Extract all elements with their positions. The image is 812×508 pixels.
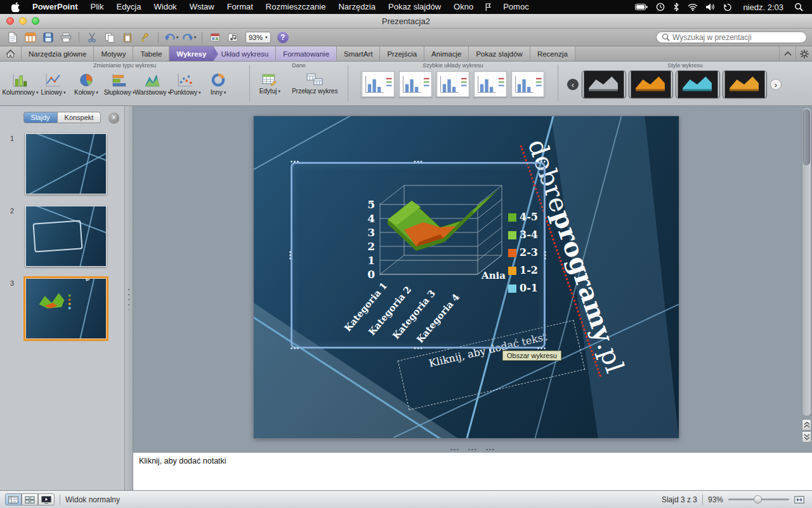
styles-scroll-right-button[interactable]: › bbox=[770, 79, 782, 90]
panel-splitter[interactable] bbox=[124, 106, 133, 490]
save-button[interactable] bbox=[41, 30, 56, 44]
selection-handle[interactable] bbox=[414, 160, 423, 164]
battery-icon[interactable] bbox=[635, 4, 648, 10]
notes-pane[interactable]: Kliknij, aby dodać notatki bbox=[133, 452, 812, 490]
notes-placeholder[interactable]: Kliknij, aby dodać notatki bbox=[139, 457, 806, 465]
menu-clock[interactable]: niedz. 2:03 bbox=[740, 3, 786, 12]
chart-type-inny-button[interactable]: Inny▾ bbox=[202, 71, 235, 96]
wifi-icon[interactable] bbox=[688, 3, 698, 11]
menu-narzedzia[interactable]: Narzędzia bbox=[332, 0, 382, 14]
close-panel-button[interactable]: × bbox=[108, 112, 119, 123]
search-box[interactable] bbox=[656, 31, 807, 43]
quick-layout-4[interactable] bbox=[473, 71, 508, 97]
selection-handle[interactable] bbox=[544, 251, 547, 260]
tab-konspekt[interactable]: Konspekt bbox=[57, 112, 102, 123]
format-painter-button[interactable] bbox=[138, 30, 153, 44]
slide[interactable]: dobreprogramy.pl bbox=[254, 116, 679, 438]
slideshow-view-button[interactable] bbox=[38, 493, 55, 505]
tab-uklad-wykresu[interactable]: Układ wykresu bbox=[214, 46, 276, 61]
spotlight-icon[interactable] bbox=[794, 3, 803, 11]
scrollbar-thumb[interactable] bbox=[803, 109, 810, 165]
selection-handle[interactable] bbox=[537, 160, 546, 164]
chart-type-slupkowy-button[interactable]: Słupkowy▾ bbox=[103, 71, 136, 96]
slide-thumbnail-2[interactable] bbox=[25, 206, 107, 267]
tab-animacje[interactable]: Animacje bbox=[424, 46, 469, 61]
menu-pomoc[interactable]: Pomoc bbox=[497, 0, 535, 14]
bluetooth-icon[interactable] bbox=[673, 3, 679, 11]
print-button[interactable] bbox=[58, 30, 74, 44]
styles-scroll-left-button[interactable]: ‹ bbox=[567, 79, 579, 90]
quick-layout-5[interactable] bbox=[511, 71, 545, 97]
menu-widok[interactable]: Widok bbox=[148, 0, 183, 14]
toolbox-button[interactable] bbox=[207, 30, 223, 44]
chart-type-liniowy-button[interactable]: Liniowy▾ bbox=[37, 71, 70, 96]
vertical-scrollbar[interactable] bbox=[802, 107, 811, 417]
chart-legend[interactable]: 4-5 3-4 2-3 1-2 0-1 bbox=[508, 211, 538, 294]
window-title-bar[interactable]: Prezentacja2 bbox=[0, 14, 812, 29]
previous-slide-button[interactable] bbox=[802, 419, 811, 431]
selection-handle[interactable] bbox=[290, 160, 299, 164]
media-browser-button[interactable] bbox=[225, 30, 240, 44]
tab-formatowanie[interactable]: Formatowanie bbox=[276, 46, 337, 61]
ribbon-home-tab[interactable] bbox=[0, 46, 22, 61]
paste-button[interactable] bbox=[120, 30, 135, 44]
help-button[interactable]: ? bbox=[277, 32, 289, 43]
time-machine-icon[interactable] bbox=[656, 3, 665, 11]
selection-handle[interactable] bbox=[289, 251, 292, 260]
cut-button[interactable] bbox=[84, 30, 100, 44]
redo-button[interactable]: ▾ bbox=[181, 30, 197, 44]
new-presentation-button[interactable] bbox=[5, 30, 20, 44]
tab-wykresy[interactable]: Wykresy bbox=[169, 46, 214, 61]
apple-menu[interactable] bbox=[5, 2, 26, 12]
chart-style-2[interactable] bbox=[629, 71, 672, 98]
surface-chart[interactable]: 5 4 3 2 1 0 Kategoria 1 Kategoria 2 Kate… bbox=[292, 164, 544, 345]
slide-thumbnail-3[interactable]: dobreprogramy.pl bbox=[25, 278, 107, 339]
menu-rozmieszczanie[interactable]: Rozmieszczanie bbox=[259, 0, 332, 14]
menu-app-name[interactable]: PowerPoint bbox=[26, 0, 84, 14]
switch-chart-button[interactable]: Przełącz wykres bbox=[286, 71, 344, 95]
menu-okno[interactable]: Okno bbox=[447, 0, 480, 14]
normal-view-button[interactable] bbox=[5, 493, 22, 505]
script-menu-icon[interactable] bbox=[480, 3, 497, 11]
undo-button[interactable]: ▾ bbox=[164, 30, 179, 44]
tab-smartart[interactable]: SmartArt bbox=[337, 46, 380, 61]
quick-layout-2[interactable] bbox=[398, 71, 433, 97]
tab-pokaz-slajdow[interactable]: Pokaz slajdów bbox=[469, 46, 530, 61]
chart-style-4[interactable] bbox=[723, 71, 766, 98]
chart-style-1[interactable] bbox=[582, 71, 625, 98]
tab-przejscia[interactable]: Przejścia bbox=[380, 46, 424, 61]
quick-layout-1[interactable] bbox=[361, 71, 395, 97]
menu-plik[interactable]: Plik bbox=[84, 0, 110, 14]
tab-slajdy[interactable]: Slajdy bbox=[23, 112, 57, 123]
quick-layout-3[interactable] bbox=[436, 71, 470, 97]
edit-data-button[interactable]: Edytuj▾ bbox=[254, 71, 286, 95]
sync-icon[interactable] bbox=[723, 3, 732, 11]
tab-motywy[interactable]: Motywy bbox=[94, 46, 133, 61]
menu-edycja[interactable]: Edycja bbox=[110, 0, 147, 14]
copy-button[interactable] bbox=[102, 30, 117, 44]
tab-recenzja[interactable]: Recenzja bbox=[530, 46, 575, 61]
chart-object-frame[interactable]: 5 4 3 2 1 0 Kategoria 1 Kategoria 2 Kate… bbox=[291, 162, 546, 349]
tab-narzedzia-glowne[interactable]: Narzędzia główne bbox=[22, 46, 94, 61]
menu-wstaw[interactable]: Wstaw bbox=[183, 0, 221, 14]
search-input[interactable] bbox=[672, 33, 787, 42]
chart-style-3[interactable] bbox=[676, 71, 719, 98]
chart-type-kolowy-button[interactable]: Kołowy▾ bbox=[70, 71, 103, 96]
collapse-ribbon-button[interactable] bbox=[779, 46, 796, 61]
slide-thumbnail-1[interactable] bbox=[25, 133, 107, 194]
tab-tabele[interactable]: Tabele bbox=[133, 46, 169, 61]
ribbon-settings-button[interactable] bbox=[796, 46, 812, 61]
menu-format[interactable]: Format bbox=[221, 0, 259, 14]
zoom-slider[interactable] bbox=[728, 498, 789, 500]
open-button[interactable] bbox=[23, 30, 38, 44]
chart-type-punktowy-button[interactable]: Punktowy▾ bbox=[169, 71, 202, 96]
selection-handle[interactable] bbox=[414, 347, 423, 351]
zoom-slider-thumb[interactable] bbox=[754, 495, 762, 504]
chart-type-warstwowy-button[interactable]: Warstwowy▾ bbox=[136, 71, 169, 96]
next-slide-button[interactable] bbox=[802, 431, 811, 443]
selection-handle[interactable] bbox=[290, 347, 299, 351]
menu-pokaz-slajdow[interactable]: Pokaz slajdów bbox=[382, 0, 447, 14]
slide-sorter-view-button[interactable] bbox=[22, 493, 38, 505]
notes-splitter[interactable] bbox=[133, 446, 812, 452]
fit-to-window-button[interactable] bbox=[794, 496, 804, 504]
